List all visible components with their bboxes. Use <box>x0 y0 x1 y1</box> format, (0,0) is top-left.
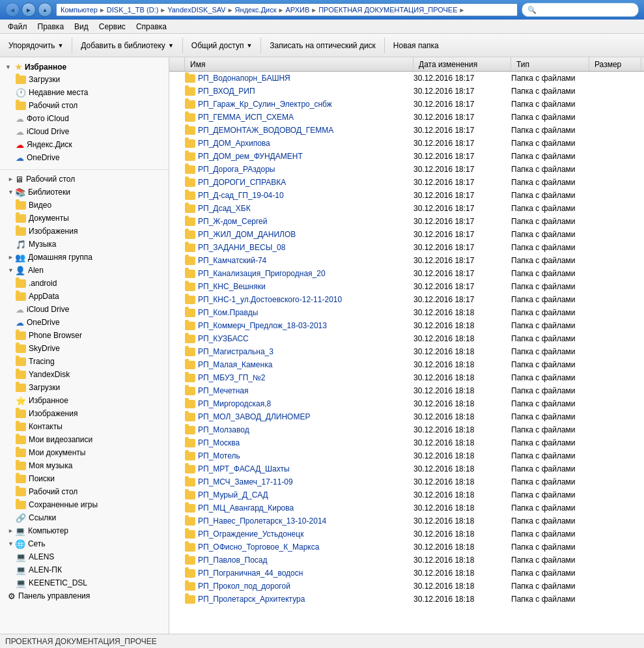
table-row[interactable]: РП_Ограждение_Устьдонецк 30.12.2016 18:1… <box>169 528 644 541</box>
sidebar-item-saved-games[interactable]: Сохраненные игры <box>0 498 169 511</box>
col-header-check[interactable] <box>172 57 185 71</box>
sidebar-item-documents[interactable]: Документы <box>0 212 169 225</box>
menu-service[interactable]: Сервис <box>94 21 131 33</box>
sidebar-item-tracing[interactable]: Tracing <box>0 355 169 368</box>
table-row[interactable]: РП_Д-сад_ГП_19-04-10 30.12.2016 18:17 Па… <box>169 189 644 202</box>
table-row[interactable]: РП_Мечетная 30.12.2016 18:18 Папка с фай… <box>169 384 644 397</box>
table-row[interactable]: РП_Молзавод 30.12.2016 18:18 Папка с фай… <box>169 423 644 436</box>
addr-computer[interactable]: Компьютер <box>61 6 98 14</box>
sidebar-item-desktop-fav[interactable]: Рабочий стол <box>0 99 169 112</box>
table-row[interactable]: РП_КНС_Вешняки 30.12.2016 18:17 Папка с … <box>169 280 644 293</box>
sidebar-item-images[interactable]: Изображения <box>0 225 169 238</box>
table-row[interactable]: РП_Навес_Пролетарск_13-10-2014 30.12.201… <box>169 514 644 528</box>
table-row[interactable]: РП_ДЕМОНТАЖ_ВОДОВОД_ГЕММА 30.12.2016 18:… <box>169 124 644 137</box>
menu-help[interactable]: Справка <box>131 21 172 33</box>
sidebar-item-my-videos[interactable]: Мои видеозаписи <box>0 433 169 446</box>
sidebar-item-alens[interactable]: 💻 ALENS <box>0 550 169 563</box>
favorites-group[interactable]: ▼ ★ Избранное <box>0 60 169 73</box>
table-row[interactable]: РП_Москва 30.12.2016 18:18 Папка с файла… <box>169 436 644 449</box>
table-row[interactable]: РП_МБУЗ_ГП_№2 30.12.2016 18:18 Папка с ф… <box>169 371 644 384</box>
sidebar-item-video[interactable]: Видео <box>0 199 169 212</box>
col-header-size[interactable]: Размер <box>589 57 641 71</box>
table-row[interactable]: РП_Гараж_Кр_Сулин_Электро_снбж 30.12.201… <box>169 98 644 111</box>
sidebar-item-icloud-photos[interactable]: ☁ Фото iCloud <box>0 112 169 125</box>
sidebar-item-music[interactable]: 🎵 Музыка <box>0 238 169 251</box>
sidebar-item-downloads[interactable]: Загрузки <box>0 73 169 86</box>
forward-button[interactable]: ► <box>21 3 36 17</box>
addr-yandex-disk[interactable]: Яндекс.Диск <box>235 6 277 14</box>
table-row[interactable]: РП_Пограничная_44_водосн 30.12.2016 18:1… <box>169 567 644 580</box>
toolbar-new-folder[interactable]: Новая папка <box>387 36 445 55</box>
sidebar-item-keenetic[interactable]: 💻 KEENETIC_DSL <box>0 576 169 589</box>
sidebar-item-alen[interactable]: ▼ 👤 Alen <box>0 264 169 277</box>
toolbar-share[interactable]: Общий доступ ▼ <box>186 36 259 55</box>
table-row[interactable]: РП_ЗАДАНИ_ВЕСЫ_08 30.12.2016 18:17 Папка… <box>169 241 644 254</box>
col-header-date[interactable]: Дата изменения <box>413 57 511 71</box>
table-row[interactable]: РП_Мотель 30.12.2016 18:18 Папка с файла… <box>169 449 644 462</box>
sidebar-item-onedrive-fav[interactable]: ☁ OneDrive <box>0 151 169 164</box>
col-header-type[interactable]: Тип <box>511 57 589 71</box>
menu-edit[interactable]: Правка <box>33 21 70 33</box>
sidebar-item-network[interactable]: ▼ 🌐 Сеть <box>0 537 169 550</box>
table-row[interactable]: РП_Коммерч_Предлож_18-03-2013 30.12.2016… <box>169 319 644 332</box>
back-button[interactable]: ◄ <box>5 3 20 17</box>
sidebar-item-links[interactable]: 🔗 Ссылки <box>0 511 169 524</box>
table-row[interactable]: РП_МСЧ_Замеч_17-11-09 30.12.2016 18:18 П… <box>169 475 644 488</box>
table-row[interactable]: РП_КНС-1_ул.Достоевского-12-11-2010 30.1… <box>169 293 644 306</box>
table-row[interactable]: РП_Пролетарск_Архитектура 30.12.2016 18:… <box>169 593 644 606</box>
sidebar-item-appdata[interactable]: AppData <box>0 290 169 303</box>
table-row[interactable]: РП_ГЕММА_ИСП_СХЕМА 30.12.2016 18:17 Папк… <box>169 111 644 124</box>
table-row[interactable]: РП_ВХОД_РИП 30.12.2016 18:17 Папка с фай… <box>169 85 644 98</box>
table-row[interactable]: РП_Прокол_под_дорогой 30.12.2016 18:18 П… <box>169 580 644 593</box>
sidebar-item-onedrive[interactable]: ☁ OneDrive <box>0 316 169 329</box>
toolbar-organize[interactable]: Упорядочить ▼ <box>3 36 69 55</box>
table-row[interactable]: РП_ЖИЛ_ДОМ_ДАНИЛОВ 30.12.2016 18:17 Папк… <box>169 228 644 241</box>
table-row[interactable]: РП_МРТ_ФАСАД_Шахты 30.12.2016 18:18 Папк… <box>169 462 644 475</box>
sidebar-item-control-panel[interactable]: ⚙ Панель управления <box>0 589 169 602</box>
sidebar-item-images2[interactable]: Изображения <box>0 407 169 420</box>
sidebar-item-android[interactable]: .android <box>0 277 169 290</box>
sidebar-item-libraries[interactable]: ▼ 📚 Библиотеки <box>0 186 169 199</box>
table-row[interactable]: РП_Дорога_РАздоры 30.12.2016 18:17 Папка… <box>169 163 644 176</box>
addr-project-doc[interactable]: ПРОЕКТНАЯ ДОКУМЕНТАЦИЯ_ПРОЧЕЕ <box>318 6 457 14</box>
sidebar-item-desktop2[interactable]: Рабочий стол <box>0 485 169 498</box>
sidebar-item-yandex-disk[interactable]: ☁ Яндекс.Диск <box>0 138 169 151</box>
sidebar-item-my-docs[interactable]: Мои документы <box>0 446 169 459</box>
table-row[interactable]: РП_КУЗБАСС 30.12.2016 18:18 Папка с файл… <box>169 332 644 345</box>
toolbar-burn[interactable]: Записать на оптический диск <box>264 36 382 55</box>
table-row[interactable]: РП_Ком.Правды 30.12.2016 18:18 Папка с ф… <box>169 306 644 319</box>
table-row[interactable]: РП_Дсад_ХБК 30.12.2016 18:17 Папка с фай… <box>169 202 644 215</box>
table-row[interactable]: РП_ДОМ_рем_ФУНДАМЕНТ 30.12.2016 18:17 Па… <box>169 150 644 163</box>
table-row[interactable]: РП_Водонапорн_БАШНЯ 30.12.2016 18:17 Пап… <box>169 72 644 85</box>
toolbar-add-library[interactable]: Добавить в библиотеку ▼ <box>75 36 179 55</box>
sidebar-item-computer[interactable]: ► 💻 Компьютер <box>0 524 169 537</box>
sidebar-item-icloud-drive[interactable]: ☁ iCloud Drive <box>0 125 169 138</box>
sidebar-item-skydrive[interactable]: SkyDrive <box>0 342 169 355</box>
table-row[interactable]: РП_МЦ_Авангард_Кирова 30.12.2016 18:18 П… <box>169 501 644 514</box>
table-row[interactable]: РП_Канализация_Пригородная_20 30.12.2016… <box>169 267 644 280</box>
table-row[interactable]: РП_ДОМ_Архипова 30.12.2016 18:17 Папка с… <box>169 137 644 150</box>
table-row[interactable]: РП_Камчатский-74 30.12.2016 18:17 Папка … <box>169 254 644 267</box>
table-row[interactable]: РП_Павлов_Посад 30.12.2016 18:18 Папка с… <box>169 554 644 567</box>
sidebar-item-phone-browser[interactable]: Phone Browser <box>0 329 169 342</box>
sidebar-item-yandexdisk2[interactable]: YandexDisk <box>0 368 169 381</box>
table-row[interactable]: РП_ОФисно_Торговое_К_Маркса 30.12.2016 1… <box>169 541 644 554</box>
sidebar-item-desktop[interactable]: ► 🖥 Рабочий стол <box>0 173 169 186</box>
addr-arhiv[interactable]: АРХИВ <box>285 6 309 14</box>
sidebar-item-my-music[interactable]: Моя музыка <box>0 459 169 472</box>
table-row[interactable]: РП_МОЛ_ЗАВОД_ДЛИНОМЕР 30.12.2016 18:18 П… <box>169 410 644 423</box>
table-row[interactable]: РП_Малая_Каменка 30.12.2016 18:18 Папка … <box>169 358 644 371</box>
table-row[interactable]: РП_ДОРОГИ_СПРАВКА 30.12.2016 18:17 Папка… <box>169 176 644 189</box>
menu-view[interactable]: Вид <box>69 21 94 33</box>
up-button[interactable]: ▲ <box>38 3 52 17</box>
sidebar-item-favorites2[interactable]: ⭐ Избранное <box>0 394 169 407</box>
table-row[interactable]: РП_Мурый_Д_САД 30.12.2016 18:18 Папка с … <box>169 488 644 501</box>
menu-file[interactable]: Файл <box>3 21 33 33</box>
sidebar-item-recent[interactable]: 🕐 Недавние места <box>0 86 169 99</box>
col-header-name[interactable]: Имя <box>185 57 413 71</box>
sidebar-item-homegroup[interactable]: ► 👥 Домашняя группа <box>0 251 169 264</box>
sidebar-item-contacts[interactable]: Контакты <box>0 420 169 433</box>
address-bar[interactable]: Компьютер ► DISK_1_TB (D:) ► YandexDISK_… <box>56 3 518 16</box>
table-row[interactable]: РП_Магистральна_3 30.12.2016 18:18 Папка… <box>169 345 644 358</box>
table-row[interactable]: РП_Миргородская,8 30.12.2016 18:18 Папка… <box>169 397 644 410</box>
